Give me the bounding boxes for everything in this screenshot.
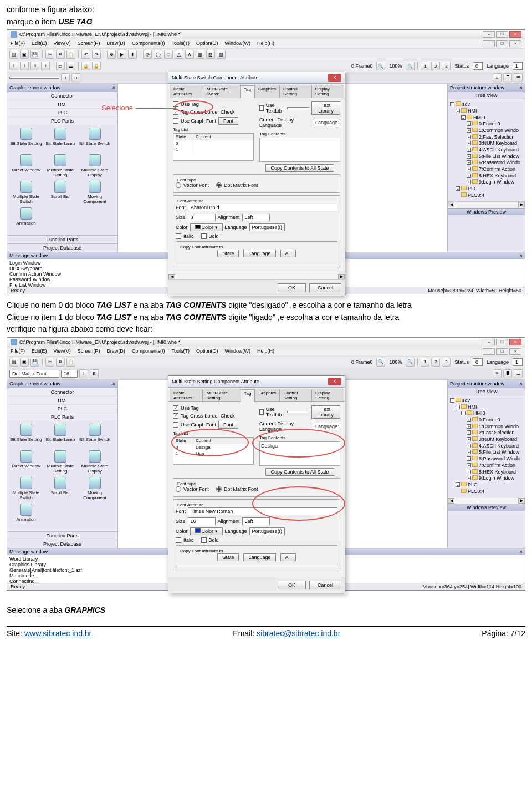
- font-size-select[interactable]: 16: [61, 370, 78, 378]
- site-link[interactable]: www.sibratec.ind.br: [24, 629, 91, 638]
- font-select[interactable]: Aharoni Bold: [188, 204, 337, 211]
- row-0-content[interactable]: [193, 140, 253, 146]
- tree-item[interactable]: 9:Login Window: [479, 475, 514, 481]
- tab-project-database[interactable]: Project Database: [7, 243, 117, 252]
- tb-copy[interactable]: ⧉: [56, 50, 65, 59]
- part-animation[interactable]: Animation: [9, 504, 43, 529]
- part-scroll-bar[interactable]: Scroll Bar: [44, 477, 77, 502]
- close-icon[interactable]: ×: [112, 85, 115, 90]
- text-library-button[interactable]: Text Library: [311, 101, 340, 115]
- st-1[interactable]: 1: [421, 62, 429, 70]
- tb-text[interactable]: A: [185, 50, 194, 59]
- cross-border-checkbox[interactable]: [173, 109, 178, 115]
- size-select[interactable]: 16: [188, 517, 216, 525]
- st-3[interactable]: 3: [442, 358, 451, 367]
- tb-save[interactable]: 💾: [30, 50, 39, 59]
- maximize-button[interactable]: □: [496, 339, 508, 345]
- tb-cut[interactable]: ✂: [45, 358, 54, 367]
- cancel-button[interactable]: Cancel: [309, 581, 341, 589]
- tb-cut[interactable]: ✂: [45, 50, 54, 59]
- zoom-out[interactable]: 🔍: [376, 62, 385, 70]
- color-button[interactable]: Color ▾: [190, 223, 223, 231]
- hmi-row[interactable]: HMI: [7, 397, 117, 405]
- menu-view[interactable]: View(V): [54, 40, 71, 47]
- dotmatrix-font-radio[interactable]: [216, 486, 222, 492]
- part-multi-state-setting[interactable]: Multiple State Setting: [44, 154, 77, 180]
- close-icon[interactable]: ×: [520, 85, 523, 90]
- copy-all-state-button[interactable]: Copy Contents to All State: [265, 164, 334, 172]
- email-link[interactable]: sibratec@sibratec.ind.br: [257, 629, 340, 638]
- font-box-1[interactable]: [9, 77, 59, 79]
- tab-project-database-2[interactable]: Project Database: [7, 540, 117, 548]
- tree-item[interactable]: 7:Confirm Action: [479, 463, 515, 468]
- menu-help[interactable]: Help(H): [257, 40, 274, 47]
- row-1-content[interactable]: [193, 146, 253, 153]
- tb-paste[interactable]: 📋: [66, 358, 75, 367]
- child-close[interactable]: ×: [509, 40, 521, 47]
- minimize-button[interactable]: –: [483, 339, 495, 345]
- tb-al4[interactable]: ⫳: [41, 62, 50, 70]
- connector-row[interactable]: Connector: [7, 92, 117, 100]
- st-2[interactable]: 2: [431, 62, 440, 70]
- text-library-button[interactable]: Text Library: [311, 405, 340, 419]
- close-icon[interactable]: ×: [520, 253, 523, 258]
- italic-checkbox[interactable]: [176, 537, 181, 543]
- child-max[interactable]: □: [496, 40, 508, 47]
- menu-option[interactable]: Option(O): [196, 348, 218, 355]
- color-button[interactable]: Color ▾: [190, 527, 223, 535]
- f-bold[interactable]: B: [90, 369, 99, 378]
- tree-item[interactable]: 2:Fast Selection: [479, 430, 515, 435]
- tab-tag[interactable]: Tag: [241, 389, 255, 402]
- tree-item[interactable]: 5:File List Window: [479, 449, 519, 455]
- tab-display-setting[interactable]: Display Setting: [311, 85, 344, 98]
- bold-checkbox[interactable]: [201, 233, 207, 239]
- tb-b[interactable]: ◯: [154, 50, 162, 59]
- menu-help[interactable]: Help(H): [257, 348, 274, 355]
- menu-components[interactable]: Components(I): [132, 348, 165, 355]
- tree-item[interactable]: 8:HEX Keyboard: [479, 173, 516, 179]
- ok-button[interactable]: OK: [278, 581, 306, 589]
- part-bit-state-lamp[interactable]: Bit State Lamp: [44, 424, 77, 449]
- vector-font-radio[interactable]: [176, 182, 181, 188]
- tb-al1[interactable]: ⫴: [9, 62, 18, 70]
- menu-screen[interactable]: Screen(P): [78, 348, 100, 355]
- tree-item[interactable]: 0:Frame0: [479, 121, 500, 126]
- part-direct-window[interactable]: Direct Window: [9, 450, 43, 476]
- tb-open[interactable]: ▣: [20, 50, 29, 59]
- copy-language-button[interactable]: Language: [243, 553, 275, 561]
- tree-plc0[interactable]: PLC0:4: [468, 192, 484, 198]
- lines3[interactable]: ☰: [514, 73, 523, 82]
- tree-item[interactable]: 1:Common Windo: [479, 128, 519, 133]
- tb-gr1[interactable]: ▭: [56, 62, 65, 70]
- tb-x3[interactable]: ▨: [217, 50, 226, 59]
- tab-function-parts[interactable]: Function Parts: [7, 235, 117, 243]
- close-button[interactable]: ×: [509, 31, 521, 38]
- tree-plc0[interactable]: PLC0:4: [468, 489, 484, 494]
- font-select[interactable]: Times New Roman: [188, 507, 337, 515]
- graph-font-checkbox[interactable]: [173, 118, 178, 124]
- dialog-close-button[interactable]: ×: [328, 74, 341, 82]
- size-select[interactable]: 8: [188, 214, 216, 221]
- connector-row[interactable]: Connector: [7, 388, 117, 397]
- menu-edit[interactable]: Edit(E): [32, 348, 47, 355]
- menu-tools[interactable]: Tools(T): [171, 40, 190, 47]
- tree-item[interactable]: 5:File List Window: [479, 154, 519, 159]
- tree-item[interactable]: 4:ASCII Keyboard: [479, 443, 519, 449]
- tree-item[interactable]: 8:HEX Keyboard: [479, 469, 516, 475]
- part-scroll-bar[interactable]: Scroll Bar: [44, 181, 77, 206]
- tree-hmi0[interactable]: HMI0: [473, 410, 485, 416]
- tb-c[interactable]: □: [164, 50, 173, 59]
- child-max[interactable]: □: [496, 348, 508, 355]
- status-value-2[interactable]: 0: [473, 358, 483, 366]
- cur-disp-lang-select[interactable]: Language1: [313, 423, 340, 430]
- bold-checkbox[interactable]: [201, 537, 207, 543]
- part-multi-state-switch[interactable]: Multiple State Switch: [9, 477, 43, 502]
- font-button[interactable]: Font: [218, 421, 238, 429]
- close-button[interactable]: ×: [509, 339, 521, 345]
- italic-checkbox[interactable]: [176, 233, 181, 239]
- child-close[interactable]: ×: [509, 348, 521, 355]
- tree-item[interactable]: 0:Frame0: [479, 417, 500, 423]
- tb-d[interactable]: △: [175, 50, 183, 59]
- row-1-state[interactable]: 1: [173, 146, 193, 153]
- f-italic[interactable]: B: [71, 73, 80, 82]
